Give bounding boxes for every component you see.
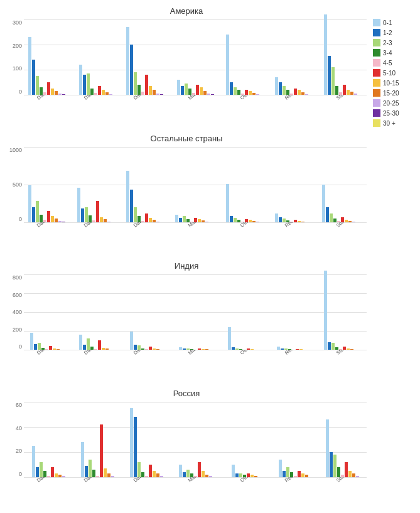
plot-area bbox=[24, 19, 367, 95]
groups-row bbox=[24, 274, 367, 350]
legend-color-box bbox=[373, 119, 380, 127]
bar-group bbox=[24, 274, 73, 350]
bar bbox=[126, 27, 129, 95]
bar bbox=[275, 213, 278, 222]
bar bbox=[30, 333, 33, 350]
bar-group bbox=[122, 274, 171, 350]
bar bbox=[286, 467, 289, 477]
bar bbox=[153, 471, 156, 477]
bar bbox=[232, 465, 235, 477]
y-tick-label: 300 bbox=[13, 19, 22, 26]
bars-row bbox=[126, 27, 167, 95]
legend-color-box bbox=[373, 89, 380, 97]
bar bbox=[102, 90, 105, 95]
bar bbox=[43, 471, 46, 477]
legend-item: 3-4 bbox=[373, 49, 417, 57]
bars-row bbox=[79, 65, 116, 95]
bar-group bbox=[318, 147, 367, 222]
group-label-wrapper: Manager bbox=[171, 350, 220, 377]
chart-section: Индия8006004002000Data AnalystData Engin… bbox=[6, 261, 367, 377]
group-label-wrapper: Data Scientist bbox=[122, 95, 171, 122]
bar-group bbox=[269, 147, 318, 222]
bar bbox=[183, 472, 186, 477]
bar bbox=[283, 86, 286, 95]
bar bbox=[89, 215, 92, 222]
group-label-wrapper: Data Scientist bbox=[122, 477, 171, 505]
bars-row bbox=[130, 332, 163, 350]
bar bbox=[237, 90, 240, 95]
group-label-text: Manager bbox=[187, 477, 206, 483]
y-axis: 10005000 bbox=[6, 147, 24, 222]
bar bbox=[51, 89, 54, 95]
bar bbox=[81, 208, 84, 222]
bar bbox=[347, 90, 350, 95]
bar bbox=[183, 216, 186, 222]
chart-section: Америка3002001000Data AnalystData Engine… bbox=[6, 6, 367, 122]
bar bbox=[186, 470, 190, 477]
plot-area bbox=[24, 274, 367, 350]
bar-group bbox=[24, 147, 73, 222]
group-label-text: Student bbox=[335, 350, 352, 356]
group-label-text: Data Scientist bbox=[132, 350, 160, 356]
bar bbox=[36, 201, 39, 222]
plot-area bbox=[24, 147, 367, 222]
group-label-wrapper: Data Analyst bbox=[24, 477, 73, 505]
bar bbox=[130, 190, 133, 222]
chart-title: Россия bbox=[6, 389, 367, 398]
bar bbox=[196, 85, 199, 95]
y-tick-label: 1000 bbox=[9, 147, 22, 153]
group-label-wrapper: Research bbox=[269, 222, 318, 250]
bar bbox=[32, 207, 35, 222]
group-label-text: Research bbox=[284, 477, 304, 483]
bar bbox=[38, 343, 41, 350]
group-label-wrapper: Data Analyst bbox=[24, 350, 73, 377]
legend-label-text: 4-5 bbox=[383, 60, 392, 67]
bar bbox=[149, 218, 152, 222]
legend-label-text: 15-20 bbox=[383, 90, 399, 97]
group-label-text: Data Engineer bbox=[83, 222, 111, 229]
labels-row: Data AnalystData EngineerData ScientistM… bbox=[24, 477, 367, 505]
bar bbox=[279, 82, 282, 95]
bar bbox=[77, 188, 80, 222]
bar bbox=[283, 471, 286, 477]
bar bbox=[341, 217, 344, 222]
legend-color-box bbox=[373, 49, 380, 57]
bar bbox=[87, 338, 90, 350]
bars-row bbox=[130, 408, 163, 477]
legend-label-text: 5-10 bbox=[383, 70, 396, 77]
bar-group bbox=[171, 19, 220, 95]
y-tick-label: 20 bbox=[16, 448, 22, 454]
bars-row bbox=[175, 215, 216, 222]
bar-group bbox=[318, 274, 367, 350]
charts-area: Америка3002001000Data AnalystData Engine… bbox=[0, 0, 370, 513]
groups-row bbox=[24, 19, 367, 95]
bar-group bbox=[73, 19, 122, 95]
bar bbox=[28, 185, 31, 222]
group-label-wrapper: Student bbox=[318, 95, 367, 122]
legend-item: 30 + bbox=[373, 119, 417, 127]
bar bbox=[51, 467, 54, 477]
bars-row bbox=[28, 185, 69, 222]
group-label-text: Student bbox=[335, 477, 352, 483]
bar bbox=[234, 218, 237, 222]
chart-container: 8006004002000Data AnalystData EngineerDa… bbox=[6, 274, 367, 377]
group-label-wrapper: Data Engineer bbox=[73, 477, 122, 505]
legend-color-box bbox=[373, 59, 380, 67]
bar bbox=[96, 201, 99, 222]
bar bbox=[245, 90, 248, 95]
legend-color-box bbox=[373, 109, 380, 117]
legend-label-text: 3-4 bbox=[383, 50, 392, 57]
bar-group bbox=[171, 147, 220, 222]
bar bbox=[333, 455, 337, 477]
group-label-text: Other bbox=[239, 222, 252, 229]
y-axis: 6040200 bbox=[6, 402, 24, 477]
chart-title: Америка bbox=[6, 6, 367, 16]
page: Америка3002001000Data AnalystData Engine… bbox=[0, 0, 420, 513]
legend-item: 10-15 bbox=[373, 79, 417, 87]
bar-group bbox=[171, 274, 220, 350]
bar bbox=[47, 82, 50, 95]
bar bbox=[137, 462, 141, 477]
legend-item: 15-20 bbox=[373, 89, 417, 97]
bar bbox=[275, 77, 278, 95]
bar bbox=[145, 75, 148, 95]
